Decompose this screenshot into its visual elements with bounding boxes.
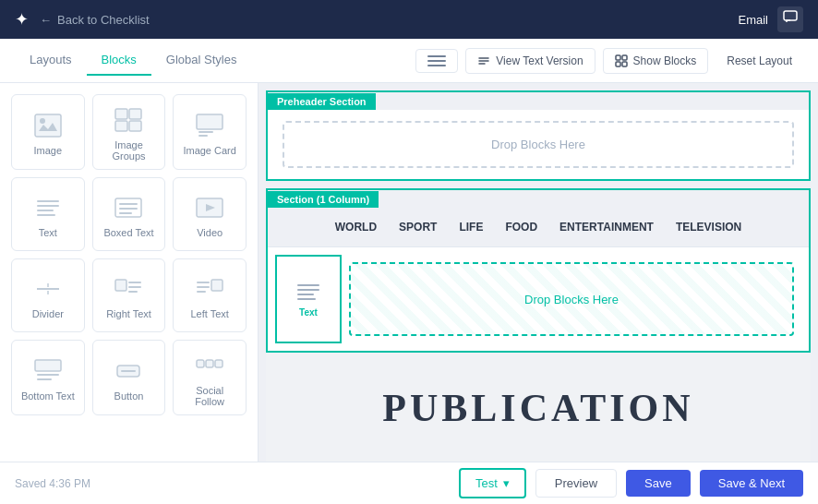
tabs-row: Layouts Blocks Global Styles View Text V… [0, 39, 818, 83]
text-lines-icon [295, 282, 321, 304]
nav-item-life[interactable]: LIFE [459, 221, 483, 234]
back-label: Back to Checklist [57, 13, 150, 27]
svg-rect-29 [128, 291, 138, 293]
save-and-next-button[interactable]: Save & Next [700, 470, 803, 497]
nav-item-food[interactable]: FOOD [505, 221, 537, 234]
nav-bar: WORLD SPORT LIFE FOOD ENTERTAINMENT TELE… [268, 208, 809, 247]
section1-block: Section (1 Column) WORLD SPORT LIFE FOOD… [266, 188, 811, 353]
preheader-section-block: Preheader Section Drop Blocks Here [266, 90, 811, 181]
block-item-bottom-text[interactable]: Bottom Text [11, 340, 85, 415]
chat-icon-button[interactable] [777, 6, 803, 32]
topbar: ✦ ← Back to Checklist Email [0, 0, 818, 39]
svg-rect-35 [37, 374, 59, 376]
button-block-icon [112, 357, 145, 385]
image-card-block-icon [193, 112, 226, 139]
image-block-icon [31, 112, 65, 139]
email-label: Email [738, 13, 768, 27]
svg-rect-31 [197, 282, 210, 283]
block-item-divider[interactable]: Divider [11, 258, 85, 332]
image-groups-block-icon [112, 106, 145, 134]
menu-icon [427, 55, 446, 66]
block-item-text[interactable]: Text [11, 177, 85, 251]
block-item-image-groups[interactable]: Image Groups [92, 94, 166, 170]
svg-rect-26 [115, 280, 126, 291]
svg-rect-30 [211, 280, 223, 291]
text-block-icon [31, 194, 65, 222]
svg-rect-41 [215, 360, 223, 367]
test-label: Test [475, 476, 498, 490]
svg-point-6 [40, 118, 45, 124]
svg-rect-38 [121, 370, 136, 372]
section1-wrapper: Section (1 Column) WORLD SPORT LIFE FOOD… [266, 188, 811, 353]
preview-button[interactable]: Preview [535, 469, 617, 498]
section1-content: Text Drop Blocks Here [268, 247, 809, 351]
nav-item-entertainment[interactable]: ENTERTAINMENT [559, 221, 654, 234]
svg-rect-3 [616, 62, 620, 66]
tab-global-styles[interactable]: Global Styles [151, 45, 252, 76]
content-drop-zone[interactable]: Drop Blocks Here [349, 262, 794, 336]
svg-rect-27 [128, 282, 141, 283]
block-label-image: Image [34, 145, 63, 156]
svg-rect-42 [297, 284, 319, 286]
svg-rect-32 [197, 286, 210, 288]
block-item-social-follow[interactable]: Social Follow [173, 340, 247, 415]
block-item-left-text[interactable]: Left Text [173, 258, 247, 332]
topbar-logo: ✦ [15, 9, 29, 30]
hamburger-menu-button[interactable] [415, 49, 458, 73]
block-item-right-text[interactable]: Right Text [92, 258, 166, 332]
publication-title: PUBLICATION [284, 386, 792, 430]
back-arrow-icon: ← [40, 13, 52, 27]
bottombar: Saved 4:36 PM Test ▾ Preview Save Save &… [0, 462, 818, 504]
block-label-image-groups: Image Groups [101, 139, 158, 162]
preheader-drop-area[interactable]: Drop Blocks Here [268, 110, 809, 179]
tab-layouts[interactable]: Layouts [15, 45, 87, 76]
divider-block-icon [31, 275, 65, 303]
svg-rect-7 [115, 109, 127, 119]
video-block-icon [193, 194, 226, 222]
save-button[interactable]: Save [626, 470, 691, 497]
block-item-video[interactable]: Video [173, 177, 247, 251]
block-item-image-card[interactable]: Image Card [173, 94, 247, 170]
block-label-image-card: Image Card [183, 145, 235, 156]
svg-rect-5 [35, 114, 61, 137]
block-label-right-text: Right Text [106, 308, 151, 319]
section1-label: Section (1 Column) [268, 191, 379, 208]
block-item-image[interactable]: Image [11, 94, 85, 170]
nav-item-sport[interactable]: SPORT [399, 221, 437, 234]
block-label-boxed-text: Boxed Text [103, 227, 153, 238]
block-grid: Image Image Groups Image Card [11, 94, 247, 415]
block-item-boxed-text[interactable]: Boxed Text [92, 177, 166, 251]
svg-rect-45 [297, 298, 316, 300]
svg-rect-39 [197, 360, 204, 367]
preheader-drop-zone[interactable]: Drop Blocks Here [283, 121, 794, 168]
svg-rect-11 [197, 114, 223, 129]
svg-rect-44 [297, 294, 314, 295]
selected-text-block[interactable]: Text [275, 255, 342, 343]
svg-rect-12 [198, 131, 213, 133]
show-blocks-button[interactable]: Show Blocks [603, 48, 709, 74]
preheader-section-label: Preheader Section [268, 93, 376, 110]
nav-item-television[interactable]: TELEVISION [676, 221, 741, 234]
selected-block-label: Text [299, 307, 318, 318]
test-button[interactable]: Test ▾ [459, 468, 526, 498]
reset-layout-button[interactable]: Reset Layout [716, 49, 803, 73]
test-dropdown-arrow: ▾ [503, 476, 510, 490]
bottom-text-block-icon [31, 357, 65, 385]
svg-rect-9 [115, 121, 127, 131]
boxed-text-block-icon [112, 194, 145, 222]
view-text-version-button[interactable]: View Text Version [465, 48, 595, 74]
canvas-area: Preheader Section Drop Blocks Here Secti… [259, 83, 818, 462]
left-text-block-icon [193, 275, 226, 303]
block-item-button[interactable]: Button [92, 340, 166, 415]
svg-rect-16 [37, 210, 54, 211]
right-text-block-icon [112, 275, 145, 303]
svg-rect-15 [37, 205, 59, 207]
svg-rect-13 [198, 135, 208, 137]
back-to-checklist-link[interactable]: ← Back to Checklist [40, 13, 150, 27]
block-label-divider: Divider [32, 308, 64, 319]
svg-rect-40 [206, 360, 213, 367]
block-label-left-text: Left Text [190, 308, 228, 319]
nav-item-world[interactable]: WORLD [335, 221, 377, 234]
svg-rect-1 [616, 55, 620, 60]
tab-blocks[interactable]: Blocks [87, 45, 151, 76]
